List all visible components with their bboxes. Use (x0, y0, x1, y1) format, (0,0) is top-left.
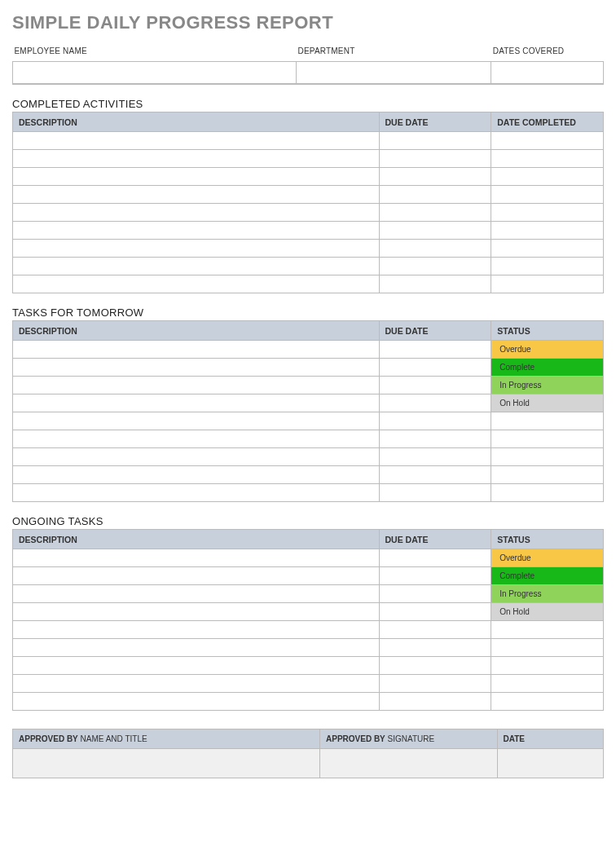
cell-status[interactable] (491, 484, 604, 502)
cell-done[interactable] (491, 186, 604, 204)
cell-desc[interactable] (13, 675, 380, 693)
cell-desc[interactable] (13, 484, 380, 502)
cell-done[interactable] (491, 275, 604, 293)
cell-due[interactable] (379, 412, 491, 430)
table-row: On Hold (13, 394, 604, 412)
cell-due[interactable] (379, 657, 491, 675)
cell-desc[interactable] (13, 132, 380, 150)
cell-status[interactable] (491, 693, 604, 711)
table-row (13, 484, 604, 502)
cell-desc[interactable] (13, 693, 380, 711)
cell-done[interactable] (491, 222, 604, 240)
cell-status[interactable]: In Progress (491, 377, 604, 394)
cell-desc[interactable] (13, 258, 380, 275)
approval-date-label: DATE (497, 729, 604, 749)
cell-desc[interactable] (13, 621, 380, 639)
cell-desc[interactable] (13, 168, 380, 186)
cell-status[interactable]: In Progress (491, 585, 604, 603)
cell-desc[interactable] (13, 567, 380, 585)
cell-due[interactable] (379, 585, 491, 603)
cell-due[interactable] (379, 258, 491, 275)
cell-due[interactable] (379, 448, 491, 466)
cell-done[interactable] (491, 168, 604, 186)
cell-due[interactable] (379, 222, 491, 240)
cell-due[interactable] (379, 621, 491, 639)
completed-heading: COMPLETED ACTIVITIES (12, 98, 604, 110)
cell-desc[interactable] (13, 394, 380, 412)
approval-date-input[interactable] (497, 749, 604, 778)
cell-due[interactable] (379, 275, 491, 293)
cell-due[interactable] (379, 484, 491, 502)
table-row (13, 204, 604, 222)
cell-desc[interactable] (13, 240, 380, 258)
employee-input[interactable] (13, 61, 297, 84)
cell-status[interactable]: Complete (491, 567, 604, 585)
cell-due[interactable] (379, 603, 491, 621)
cell-desc[interactable] (13, 585, 380, 603)
table-row (13, 412, 604, 430)
cell-due[interactable] (379, 168, 491, 186)
cell-status[interactable]: Overdue (491, 341, 604, 359)
cell-status[interactable]: On Hold (491, 394, 604, 412)
cell-done[interactable] (491, 204, 604, 222)
table-row (13, 448, 604, 466)
cell-desc[interactable] (13, 603, 380, 621)
cell-status[interactable] (491, 675, 604, 693)
cell-status[interactable] (491, 639, 604, 657)
cell-done[interactable] (491, 150, 604, 168)
cell-done[interactable] (491, 258, 604, 275)
cell-due[interactable] (379, 549, 491, 567)
cell-done[interactable] (491, 132, 604, 150)
table-row: On Hold (13, 603, 604, 621)
cell-due[interactable] (379, 693, 491, 711)
cell-due[interactable] (379, 132, 491, 150)
cell-due[interactable] (379, 204, 491, 222)
cell-status[interactable] (491, 621, 604, 639)
cell-due[interactable] (379, 150, 491, 168)
cell-desc[interactable] (13, 275, 380, 293)
cell-due[interactable] (379, 359, 491, 377)
cell-status[interactable] (491, 412, 604, 430)
cell-desc[interactable] (13, 222, 380, 240)
department-input[interactable] (297, 61, 491, 84)
cell-status[interactable]: On Hold (491, 603, 604, 621)
cell-due[interactable] (379, 675, 491, 693)
cell-status[interactable] (491, 466, 604, 484)
table-row (13, 657, 604, 675)
cell-due[interactable] (379, 186, 491, 204)
cell-status[interactable] (491, 448, 604, 466)
cell-desc[interactable] (13, 150, 380, 168)
cell-due[interactable] (379, 394, 491, 412)
cell-due[interactable] (379, 377, 491, 394)
cell-desc[interactable] (13, 412, 380, 430)
cell-done[interactable] (491, 240, 604, 258)
approved-by-input[interactable] (13, 749, 320, 778)
cell-due[interactable] (379, 240, 491, 258)
cell-due[interactable] (379, 341, 491, 359)
cell-status[interactable]: Complete (491, 359, 604, 377)
cell-desc[interactable] (13, 430, 380, 448)
cell-due[interactable] (379, 466, 491, 484)
cell-desc[interactable] (13, 204, 380, 222)
info-table: EMPLOYEE NAME DEPARTMENT DATES COVERED (12, 43, 604, 85)
cell-status[interactable] (491, 430, 604, 448)
col-due-date: DUE DATE (379, 530, 491, 549)
cell-desc[interactable] (13, 639, 380, 657)
cell-desc[interactable] (13, 549, 380, 567)
table-row (13, 693, 604, 711)
cell-desc[interactable] (13, 448, 380, 466)
cell-status[interactable]: Overdue (491, 549, 604, 567)
approved-signature-input[interactable] (320, 749, 498, 778)
cell-desc[interactable] (13, 359, 380, 377)
dates-input[interactable] (491, 61, 604, 84)
table-row: Complete (13, 359, 604, 377)
cell-desc[interactable] (13, 341, 380, 359)
cell-due[interactable] (379, 430, 491, 448)
cell-due[interactable] (379, 567, 491, 585)
cell-desc[interactable] (13, 186, 380, 204)
cell-desc[interactable] (13, 466, 380, 484)
cell-due[interactable] (379, 639, 491, 657)
cell-desc[interactable] (13, 377, 380, 394)
cell-desc[interactable] (13, 657, 380, 675)
cell-status[interactable] (491, 657, 604, 675)
